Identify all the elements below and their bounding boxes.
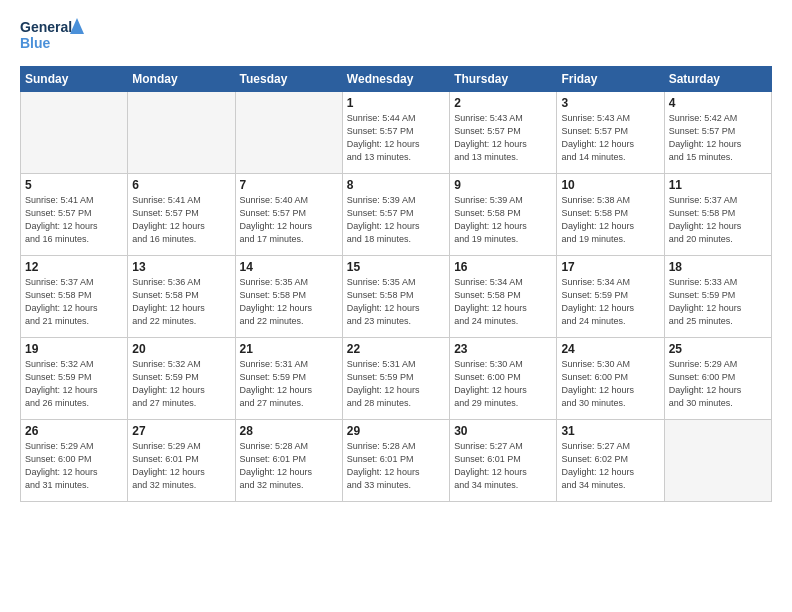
weekday-header-row: SundayMondayTuesdayWednesdayThursdayFrid… <box>21 67 772 92</box>
day-number: 3 <box>561 96 659 110</box>
day-info: Sunrise: 5:38 AM Sunset: 5:58 PM Dayligh… <box>561 194 659 246</box>
day-info: Sunrise: 5:32 AM Sunset: 5:59 PM Dayligh… <box>25 358 123 410</box>
day-number: 4 <box>669 96 767 110</box>
calendar-page: General Blue SundayMondayTuesdayWednesda… <box>0 0 792 612</box>
day-info: Sunrise: 5:33 AM Sunset: 5:59 PM Dayligh… <box>669 276 767 328</box>
svg-text:General: General <box>20 19 72 35</box>
day-number: 16 <box>454 260 552 274</box>
day-info: Sunrise: 5:39 AM Sunset: 5:57 PM Dayligh… <box>347 194 445 246</box>
day-number: 21 <box>240 342 338 356</box>
day-number: 22 <box>347 342 445 356</box>
day-info: Sunrise: 5:32 AM Sunset: 5:59 PM Dayligh… <box>132 358 230 410</box>
day-number: 15 <box>347 260 445 274</box>
calendar-cell: 11Sunrise: 5:37 AM Sunset: 5:58 PM Dayli… <box>664 174 771 256</box>
calendar-cell <box>235 92 342 174</box>
calendar-cell: 16Sunrise: 5:34 AM Sunset: 5:58 PM Dayli… <box>450 256 557 338</box>
day-info: Sunrise: 5:31 AM Sunset: 5:59 PM Dayligh… <box>347 358 445 410</box>
weekday-header-saturday: Saturday <box>664 67 771 92</box>
calendar-cell: 3Sunrise: 5:43 AM Sunset: 5:57 PM Daylig… <box>557 92 664 174</box>
day-number: 17 <box>561 260 659 274</box>
calendar-cell: 18Sunrise: 5:33 AM Sunset: 5:59 PM Dayli… <box>664 256 771 338</box>
day-number: 5 <box>25 178 123 192</box>
day-info: Sunrise: 5:43 AM Sunset: 5:57 PM Dayligh… <box>454 112 552 164</box>
week-row-4: 19Sunrise: 5:32 AM Sunset: 5:59 PM Dayli… <box>21 338 772 420</box>
weekday-header-monday: Monday <box>128 67 235 92</box>
calendar-cell: 25Sunrise: 5:29 AM Sunset: 6:00 PM Dayli… <box>664 338 771 420</box>
week-row-2: 5Sunrise: 5:41 AM Sunset: 5:57 PM Daylig… <box>21 174 772 256</box>
calendar-cell: 6Sunrise: 5:41 AM Sunset: 5:57 PM Daylig… <box>128 174 235 256</box>
logo-icon: General Blue <box>20 16 90 56</box>
day-number: 10 <box>561 178 659 192</box>
day-number: 30 <box>454 424 552 438</box>
calendar-cell <box>664 420 771 502</box>
day-info: Sunrise: 5:41 AM Sunset: 5:57 PM Dayligh… <box>132 194 230 246</box>
week-row-1: 1Sunrise: 5:44 AM Sunset: 5:57 PM Daylig… <box>21 92 772 174</box>
calendar-cell: 31Sunrise: 5:27 AM Sunset: 6:02 PM Dayli… <box>557 420 664 502</box>
calendar-cell: 7Sunrise: 5:40 AM Sunset: 5:57 PM Daylig… <box>235 174 342 256</box>
calendar-cell <box>128 92 235 174</box>
calendar-cell: 28Sunrise: 5:28 AM Sunset: 6:01 PM Dayli… <box>235 420 342 502</box>
calendar-table: SundayMondayTuesdayWednesdayThursdayFrid… <box>20 66 772 502</box>
calendar-cell: 23Sunrise: 5:30 AM Sunset: 6:00 PM Dayli… <box>450 338 557 420</box>
day-info: Sunrise: 5:31 AM Sunset: 5:59 PM Dayligh… <box>240 358 338 410</box>
calendar-cell: 1Sunrise: 5:44 AM Sunset: 5:57 PM Daylig… <box>342 92 449 174</box>
day-info: Sunrise: 5:35 AM Sunset: 5:58 PM Dayligh… <box>347 276 445 328</box>
day-info: Sunrise: 5:34 AM Sunset: 5:58 PM Dayligh… <box>454 276 552 328</box>
day-number: 28 <box>240 424 338 438</box>
day-number: 24 <box>561 342 659 356</box>
calendar-cell: 9Sunrise: 5:39 AM Sunset: 5:58 PM Daylig… <box>450 174 557 256</box>
calendar-cell: 29Sunrise: 5:28 AM Sunset: 6:01 PM Dayli… <box>342 420 449 502</box>
day-number: 7 <box>240 178 338 192</box>
day-number: 18 <box>669 260 767 274</box>
calendar-cell: 8Sunrise: 5:39 AM Sunset: 5:57 PM Daylig… <box>342 174 449 256</box>
calendar-cell <box>21 92 128 174</box>
weekday-header-tuesday: Tuesday <box>235 67 342 92</box>
calendar-cell: 19Sunrise: 5:32 AM Sunset: 5:59 PM Dayli… <box>21 338 128 420</box>
calendar-cell: 27Sunrise: 5:29 AM Sunset: 6:01 PM Dayli… <box>128 420 235 502</box>
day-info: Sunrise: 5:27 AM Sunset: 6:01 PM Dayligh… <box>454 440 552 492</box>
logo: General Blue <box>20 16 90 56</box>
day-info: Sunrise: 5:29 AM Sunset: 6:00 PM Dayligh… <box>25 440 123 492</box>
calendar-cell: 30Sunrise: 5:27 AM Sunset: 6:01 PM Dayli… <box>450 420 557 502</box>
day-info: Sunrise: 5:28 AM Sunset: 6:01 PM Dayligh… <box>347 440 445 492</box>
day-number: 9 <box>454 178 552 192</box>
day-number: 19 <box>25 342 123 356</box>
calendar-cell: 14Sunrise: 5:35 AM Sunset: 5:58 PM Dayli… <box>235 256 342 338</box>
day-number: 8 <box>347 178 445 192</box>
calendar-cell: 15Sunrise: 5:35 AM Sunset: 5:58 PM Dayli… <box>342 256 449 338</box>
day-info: Sunrise: 5:44 AM Sunset: 5:57 PM Dayligh… <box>347 112 445 164</box>
day-info: Sunrise: 5:41 AM Sunset: 5:57 PM Dayligh… <box>25 194 123 246</box>
weekday-header-friday: Friday <box>557 67 664 92</box>
day-info: Sunrise: 5:29 AM Sunset: 6:00 PM Dayligh… <box>669 358 767 410</box>
calendar-cell: 20Sunrise: 5:32 AM Sunset: 5:59 PM Dayli… <box>128 338 235 420</box>
day-info: Sunrise: 5:43 AM Sunset: 5:57 PM Dayligh… <box>561 112 659 164</box>
day-number: 2 <box>454 96 552 110</box>
day-number: 14 <box>240 260 338 274</box>
calendar-cell: 24Sunrise: 5:30 AM Sunset: 6:00 PM Dayli… <box>557 338 664 420</box>
calendar-cell: 13Sunrise: 5:36 AM Sunset: 5:58 PM Dayli… <box>128 256 235 338</box>
day-number: 31 <box>561 424 659 438</box>
day-number: 25 <box>669 342 767 356</box>
day-info: Sunrise: 5:27 AM Sunset: 6:02 PM Dayligh… <box>561 440 659 492</box>
calendar-cell: 5Sunrise: 5:41 AM Sunset: 5:57 PM Daylig… <box>21 174 128 256</box>
page-header: General Blue <box>20 16 772 56</box>
weekday-header-wednesday: Wednesday <box>342 67 449 92</box>
day-info: Sunrise: 5:35 AM Sunset: 5:58 PM Dayligh… <box>240 276 338 328</box>
day-info: Sunrise: 5:37 AM Sunset: 5:58 PM Dayligh… <box>669 194 767 246</box>
day-number: 29 <box>347 424 445 438</box>
day-number: 11 <box>669 178 767 192</box>
calendar-cell: 2Sunrise: 5:43 AM Sunset: 5:57 PM Daylig… <box>450 92 557 174</box>
weekday-header-thursday: Thursday <box>450 67 557 92</box>
day-info: Sunrise: 5:37 AM Sunset: 5:58 PM Dayligh… <box>25 276 123 328</box>
calendar-cell: 26Sunrise: 5:29 AM Sunset: 6:00 PM Dayli… <box>21 420 128 502</box>
calendar-cell: 17Sunrise: 5:34 AM Sunset: 5:59 PM Dayli… <box>557 256 664 338</box>
day-number: 26 <box>25 424 123 438</box>
weekday-header-sunday: Sunday <box>21 67 128 92</box>
week-row-5: 26Sunrise: 5:29 AM Sunset: 6:00 PM Dayli… <box>21 420 772 502</box>
day-info: Sunrise: 5:34 AM Sunset: 5:59 PM Dayligh… <box>561 276 659 328</box>
calendar-cell: 22Sunrise: 5:31 AM Sunset: 5:59 PM Dayli… <box>342 338 449 420</box>
day-number: 27 <box>132 424 230 438</box>
day-number: 12 <box>25 260 123 274</box>
calendar-cell: 21Sunrise: 5:31 AM Sunset: 5:59 PM Dayli… <box>235 338 342 420</box>
day-number: 1 <box>347 96 445 110</box>
